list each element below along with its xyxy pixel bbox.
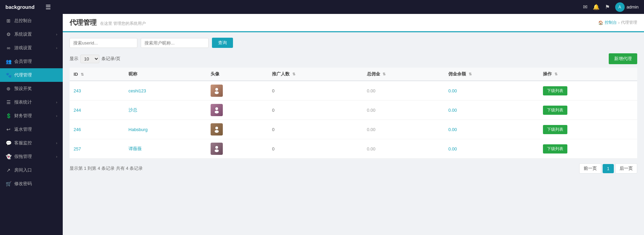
sidebar-label-room: 房间入口: [14, 167, 57, 173]
chevron-right-icon-4: ›: [56, 114, 57, 118]
col-nickname: 昵称: [124, 68, 207, 81]
query-button[interactable]: 查询: [212, 38, 233, 48]
sidebar-item-member-management[interactable]: 👥 会员管理: [0, 55, 63, 68]
breadcrumb-home[interactable]: 控制台: [605, 20, 617, 25]
next-page-button[interactable]: 后一页: [615, 163, 637, 174]
avatar-0: [211, 85, 223, 97]
prev-page-button[interactable]: 前一页: [579, 163, 601, 174]
table-controls-left: 显示 10 25 50 100 条记录/页: [70, 55, 120, 63]
cell-total-commission-0: 0.00: [363, 81, 444, 101]
cell-commission-balance-2: 0.00: [444, 120, 539, 139]
sub-list-button-1[interactable]: 下级列表: [543, 106, 567, 115]
chevron-right-icon-5: ›: [56, 141, 57, 145]
sidebar-label-rebate: 返水管理: [14, 126, 57, 132]
sort-icon-action[interactable]: ⇅: [554, 72, 558, 76]
chevron-right-icon-3: ›: [56, 100, 57, 104]
cell-commission-balance-3: 0.00: [444, 139, 539, 159]
cell-action-3: 下级列表: [539, 139, 637, 159]
sidebar-item-system-settings[interactable]: ⚙ 系统设置 ›: [0, 28, 63, 41]
sidebar-label-change-password: 修改密码: [14, 181, 57, 187]
col-avatar: 头像: [207, 68, 268, 81]
sub-list-button-3[interactable]: 下级列表: [543, 144, 567, 153]
page-subtitle: 在这里 管理您的系统用户: [100, 21, 146, 26]
cell-action-0: 下级列表: [539, 81, 637, 101]
show-label: 显示: [70, 56, 78, 62]
sidebar-item-rebate[interactable]: ↩ 返水管理: [0, 123, 63, 136]
col-id: ID ⇅: [70, 68, 124, 81]
page-header-left: 代理管理 在这里 管理您的系统用户: [70, 18, 146, 27]
sort-icon-commission-balance[interactable]: ⇅: [469, 72, 472, 76]
flag-icon[interactable]: ⚑: [605, 4, 610, 10]
hamburger-icon[interactable]: ☰: [45, 3, 51, 11]
cell-id-2: 246: [70, 120, 124, 139]
svg-point-0: [215, 88, 218, 91]
bell-icon[interactable]: 🔔: [593, 4, 600, 10]
rebate-icon: ↩: [5, 127, 12, 132]
sort-icon-total-commission[interactable]: ⇅: [383, 72, 386, 76]
sort-icon-promoters[interactable]: ⇅: [292, 72, 295, 76]
reports-icon: ☰: [5, 100, 12, 105]
sidebar-label-reports: 报表统计: [14, 99, 53, 105]
cell-promoters-2: 0: [268, 120, 363, 139]
cell-commission-balance-0: 0.00: [444, 81, 539, 101]
dashboard-icon: ⊞: [5, 18, 12, 23]
table-controls: 显示 10 25 50 100 条记录/页 新增代理: [70, 53, 637, 64]
sidebar-item-dashboard[interactable]: ⊞ 总控制台: [0, 14, 63, 28]
table-row: 246 Habsburg 0 0.00 0.00 下级列表: [70, 120, 637, 139]
sidebar-label-game-settings: 游戏设置: [14, 45, 53, 51]
cell-nickname-0: ceshi123: [124, 81, 207, 101]
admin-info[interactable]: A admin: [615, 2, 639, 12]
cell-action-2: 下级列表: [539, 120, 637, 139]
sidebar-item-reports[interactable]: ☰ 报表统计 ›: [0, 95, 63, 109]
col-action-label: 操作: [543, 71, 552, 76]
data-table: ID ⇅ 昵称 头像 推广人数 ⇅: [70, 68, 637, 159]
col-total-commission-label: 总佣金: [367, 71, 380, 76]
search-nickname-input[interactable]: [141, 38, 209, 48]
sidebar-label-lottery: 预设开奖: [14, 86, 57, 92]
page-title: 代理管理: [70, 18, 97, 27]
sidebar-item-room[interactable]: ↗ 房间入口: [0, 163, 63, 177]
cell-promoters-1: 0: [268, 101, 363, 120]
new-agent-button[interactable]: 新增代理: [609, 53, 637, 64]
mail-icon[interactable]: ✉: [583, 4, 587, 10]
col-commission-balance-label: 佣金余额: [448, 71, 466, 76]
sidebar: ⊞ 总控制台 ⚙ 系统设置 › ∞ 游戏设置 › 👥 会员管理 🐾 代理管理 ⊛…: [0, 14, 63, 235]
page-1-button[interactable]: 1: [603, 164, 614, 173]
sidebar-item-lottery[interactable]: ⊛ 预设开奖: [0, 82, 63, 95]
header-left: background ☰: [5, 3, 51, 11]
cell-promoters-3: 0: [268, 139, 363, 159]
sub-list-button-2[interactable]: 下级列表: [543, 125, 567, 134]
cell-commission-balance-1: 0.00: [444, 101, 539, 120]
search-userid-input[interactable]: [70, 38, 137, 48]
cell-nickname-2: Habsburg: [124, 120, 207, 139]
cell-total-commission-1: 0.00: [363, 101, 444, 120]
table-row: 257 谭薇薇 0 0.00 0.00 下级列表: [70, 139, 637, 159]
pagination-summary: 显示第 1 到第 4 条记录 共有 4 条记录: [70, 165, 143, 171]
page-header: 代理管理 在这里 管理您的系统用户 🏠 控制台 › 代理管理: [63, 14, 644, 32]
sub-list-button-0[interactable]: 下级列表: [543, 86, 567, 95]
header-right: ✉ 🔔 ⚑ A admin: [583, 2, 639, 12]
cell-id-1: 244: [70, 101, 124, 120]
col-id-label: ID: [74, 72, 78, 77]
sidebar-item-finance[interactable]: 💲 财务管理 ›: [0, 109, 63, 123]
lottery-icon: ⊛: [5, 86, 12, 91]
cell-avatar-0: [207, 81, 268, 101]
sidebar-item-game-settings[interactable]: ∞ 游戏设置 ›: [0, 41, 63, 55]
svg-point-4: [215, 127, 218, 129]
per-page-select[interactable]: 10 25 50 100: [80, 55, 99, 63]
sidebar-item-change-password[interactable]: 🛒 修改密码: [0, 177, 63, 191]
col-total-commission: 总佣金 ⇅: [363, 68, 444, 81]
agent-icon: 🐾: [5, 72, 12, 78]
col-commission-balance: 佣金余额 ⇅: [444, 68, 539, 81]
member-icon: 👥: [5, 59, 12, 64]
col-avatar-label: 头像: [211, 71, 219, 76]
sidebar-label-finance: 财务管理: [14, 113, 53, 119]
breadcrumb: 🏠 控制台 › 代理管理: [598, 20, 637, 25]
brand-title: background: [5, 4, 35, 10]
sidebar-item-agent-management[interactable]: 🐾 代理管理: [0, 68, 63, 82]
sort-icon-id[interactable]: ⇅: [81, 72, 84, 76]
col-action: 操作 ⇅: [539, 68, 637, 81]
svg-point-1: [215, 91, 219, 94]
sidebar-item-customer-service[interactable]: 💬 客服监控 ›: [0, 136, 63, 150]
sidebar-item-dummy[interactable]: 👻 假拖管理 ›: [0, 150, 63, 163]
